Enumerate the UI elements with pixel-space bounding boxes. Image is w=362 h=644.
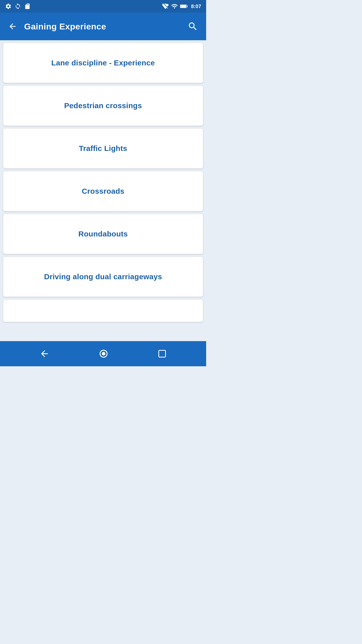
- app-bar: Gaining Experience: [0, 13, 206, 40]
- menu-item-label: Pedestrian crossings: [64, 101, 142, 110]
- svg-rect-1: [187, 6, 188, 7]
- menu-item[interactable]: Crossroads: [3, 171, 203, 211]
- menu-item[interactable]: Lane discipline - Experience: [3, 43, 203, 83]
- nav-home-button[interactable]: [96, 346, 111, 361]
- wifi-icon: [162, 3, 169, 10]
- menu-item-label: Roundabouts: [78, 230, 128, 238]
- svg-rect-5: [159, 350, 166, 357]
- svg-point-4: [102, 352, 105, 355]
- battery-icon: [180, 4, 188, 9]
- app-bar-left: Gaining Experience: [6, 20, 106, 33]
- search-button[interactable]: [186, 19, 200, 34]
- nav-recent-button[interactable]: [155, 347, 169, 361]
- bottom-nav: [0, 341, 206, 366]
- menu-item[interactable]: Traffic Lights: [3, 128, 203, 169]
- gear-icon: [5, 3, 12, 10]
- back-arrow-icon: [8, 22, 17, 31]
- back-button[interactable]: [6, 20, 19, 33]
- nav-recent-icon: [158, 349, 167, 358]
- nav-home-icon: [98, 348, 109, 359]
- status-bar: 8:07: [0, 0, 206, 13]
- sync-icon: [15, 3, 21, 10]
- menu-item-partial[interactable]: [3, 299, 203, 322]
- menu-item-label: Lane discipline - Experience: [51, 59, 155, 67]
- app-bar-title: Gaining Experience: [24, 22, 106, 31]
- svg-rect-2: [180, 5, 186, 8]
- nav-back-button[interactable]: [37, 346, 52, 361]
- status-bar-left-icons: [5, 3, 31, 10]
- menu-item-label: Crossroads: [82, 187, 124, 195]
- status-time: 8:07: [191, 4, 201, 9]
- menu-item-label: Driving along dual carriageways: [44, 272, 162, 281]
- menu-item[interactable]: Driving along dual carriageways: [3, 257, 203, 297]
- signal-icon: [171, 3, 178, 10]
- search-icon: [188, 21, 198, 32]
- menu-item-label: Traffic Lights: [79, 144, 127, 153]
- menu-item[interactable]: Roundabouts: [3, 214, 203, 254]
- sdcard-icon: [24, 3, 31, 10]
- status-bar-right-icons: 8:07: [162, 3, 201, 10]
- menu-item[interactable]: Pedestrian crossings: [3, 86, 203, 126]
- nav-back-icon: [39, 349, 50, 359]
- content-area: Lane discipline - Experience Pedestrian …: [0, 40, 206, 341]
